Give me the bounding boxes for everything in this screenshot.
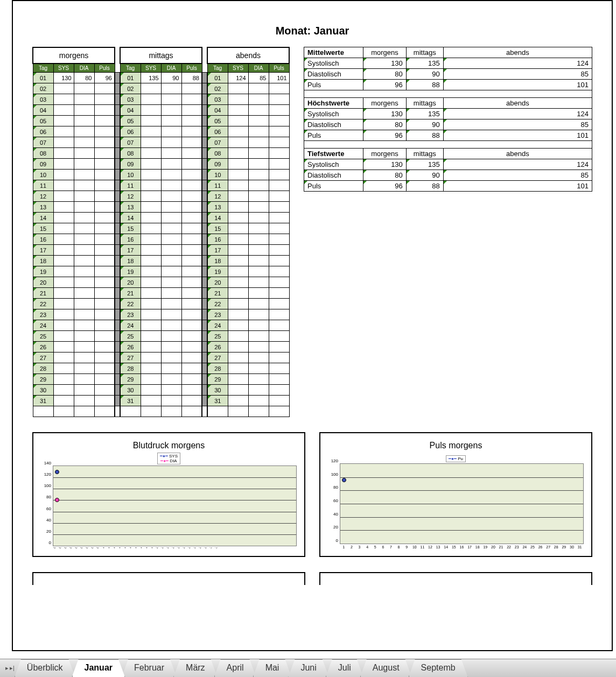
morgens-puls-cell[interactable] bbox=[94, 277, 115, 288]
abends-puls-cell[interactable] bbox=[269, 266, 289, 277]
mittags-sys-cell[interactable] bbox=[141, 245, 161, 256]
abends-sys-cell[interactable] bbox=[228, 170, 248, 180]
mittags-puls-cell[interactable] bbox=[181, 374, 202, 385]
abends-puls-cell[interactable] bbox=[269, 180, 289, 191]
mittags-dia-cell[interactable] bbox=[161, 234, 181, 245]
mittags-dia-cell[interactable] bbox=[161, 385, 181, 396]
morgens-sys-cell[interactable]: 130 bbox=[53, 73, 74, 83]
day-cell[interactable]: 24 bbox=[207, 320, 228, 331]
day-cell[interactable]: 26 bbox=[120, 342, 141, 352]
mittags-puls-cell[interactable] bbox=[181, 320, 202, 331]
abends-dia-cell[interactable] bbox=[248, 245, 269, 256]
morgens-dia-cell[interactable] bbox=[74, 363, 94, 374]
morgens-dia-cell[interactable] bbox=[74, 202, 94, 213]
morgens-dia-cell[interactable] bbox=[74, 266, 94, 277]
morgens-dia-cell[interactable] bbox=[74, 148, 94, 159]
day-cell[interactable]: 22 bbox=[207, 299, 228, 309]
morgens-sys-cell[interactable] bbox=[53, 277, 74, 288]
abends-puls-cell[interactable] bbox=[269, 320, 289, 331]
mittags-dia-cell[interactable] bbox=[161, 331, 181, 342]
mittags-sys-cell[interactable] bbox=[141, 223, 161, 234]
mittags-sys-cell[interactable] bbox=[141, 288, 161, 299]
day-cell[interactable]: 07 bbox=[33, 137, 53, 148]
abends-puls-cell[interactable] bbox=[269, 309, 289, 320]
morgens-puls-cell[interactable] bbox=[94, 83, 115, 94]
mittags-puls-cell[interactable] bbox=[181, 116, 202, 126]
mittags-dia-cell[interactable] bbox=[161, 352, 181, 363]
day-cell[interactable]: 25 bbox=[120, 331, 141, 342]
mittags-dia-cell[interactable] bbox=[161, 277, 181, 288]
abends-puls-cell[interactable] bbox=[269, 385, 289, 396]
abends-puls-cell[interactable] bbox=[269, 396, 289, 406]
morgens-puls-cell[interactable] bbox=[94, 266, 115, 277]
day-cell[interactable]: 21 bbox=[33, 288, 53, 299]
abends-dia-cell[interactable] bbox=[248, 94, 269, 105]
abends-dia-cell[interactable]: 85 bbox=[248, 73, 269, 83]
abends-sys-cell[interactable] bbox=[228, 159, 248, 170]
morgens-sys-cell[interactable] bbox=[53, 299, 74, 309]
day-cell[interactable]: 26 bbox=[33, 342, 53, 352]
morgens-dia-cell[interactable] bbox=[74, 245, 94, 256]
day-cell[interactable]: 09 bbox=[33, 159, 53, 170]
morgens-dia-cell[interactable] bbox=[74, 331, 94, 342]
mittags-puls-cell[interactable] bbox=[181, 266, 202, 277]
mittags-sys-cell[interactable] bbox=[141, 299, 161, 309]
abends-sys-cell[interactable] bbox=[228, 191, 248, 202]
abends-dia-cell[interactable] bbox=[248, 288, 269, 299]
abends-dia-cell[interactable] bbox=[248, 83, 269, 94]
mittags-sys-cell[interactable] bbox=[141, 331, 161, 342]
mittags-dia-cell[interactable] bbox=[161, 288, 181, 299]
mittags-sys-cell[interactable] bbox=[141, 309, 161, 320]
day-cell[interactable]: 07 bbox=[120, 137, 141, 148]
mittags-sys-cell[interactable] bbox=[141, 105, 161, 116]
morgens-puls-cell[interactable] bbox=[94, 320, 115, 331]
morgens-sys-cell[interactable] bbox=[53, 202, 74, 213]
day-cell[interactable]: 24 bbox=[120, 320, 141, 331]
day-cell[interactable]: 07 bbox=[207, 137, 228, 148]
abends-dia-cell[interactable] bbox=[248, 256, 269, 266]
mittags-dia-cell[interactable] bbox=[161, 363, 181, 374]
day-cell[interactable]: 14 bbox=[33, 213, 53, 223]
day-cell[interactable]: 18 bbox=[207, 256, 228, 266]
morgens-dia-cell[interactable] bbox=[74, 213, 94, 223]
day-cell[interactable]: 23 bbox=[33, 309, 53, 320]
mittags-sys-cell[interactable] bbox=[141, 277, 161, 288]
mittags-puls-cell[interactable] bbox=[181, 105, 202, 116]
mittags-puls-cell[interactable] bbox=[181, 352, 202, 363]
day-cell[interactable]: 17 bbox=[207, 245, 228, 256]
abends-puls-cell[interactable] bbox=[269, 256, 289, 266]
morgens-dia-cell[interactable] bbox=[74, 159, 94, 170]
morgens-puls-cell[interactable] bbox=[94, 342, 115, 352]
day-cell[interactable]: 12 bbox=[207, 191, 228, 202]
mittags-dia-cell[interactable] bbox=[161, 374, 181, 385]
morgens-puls-cell[interactable] bbox=[94, 288, 115, 299]
mittags-sys-cell[interactable] bbox=[141, 137, 161, 148]
morgens-dia-cell[interactable] bbox=[74, 385, 94, 396]
morgens-sys-cell[interactable] bbox=[53, 374, 74, 385]
mittags-dia-cell[interactable] bbox=[161, 159, 181, 170]
mittags-puls-cell[interactable] bbox=[181, 288, 202, 299]
mittags-dia-cell[interactable] bbox=[161, 116, 181, 126]
abends-puls-cell[interactable] bbox=[269, 223, 289, 234]
abends-dia-cell[interactable] bbox=[248, 385, 269, 396]
morgens-sys-cell[interactable] bbox=[53, 288, 74, 299]
morgens-sys-cell[interactable] bbox=[53, 245, 74, 256]
morgens-sys-cell[interactable] bbox=[53, 213, 74, 223]
abends-sys-cell[interactable] bbox=[228, 277, 248, 288]
abends-sys-cell[interactable] bbox=[228, 94, 248, 105]
abends-puls-cell[interactable] bbox=[269, 137, 289, 148]
abends-dia-cell[interactable] bbox=[248, 320, 269, 331]
morgens-dia-cell[interactable] bbox=[74, 180, 94, 191]
morgens-sys-cell[interactable] bbox=[53, 148, 74, 159]
morgens-puls-cell[interactable] bbox=[94, 213, 115, 223]
morgens-sys-cell[interactable] bbox=[53, 385, 74, 396]
day-cell[interactable]: 04 bbox=[207, 105, 228, 116]
abends-puls-cell[interactable] bbox=[269, 288, 289, 299]
abends-dia-cell[interactable] bbox=[248, 396, 269, 406]
day-cell[interactable]: 19 bbox=[120, 266, 141, 277]
abends-sys-cell[interactable] bbox=[228, 288, 248, 299]
day-cell[interactable]: 12 bbox=[120, 191, 141, 202]
mittags-puls-cell[interactable] bbox=[181, 342, 202, 352]
day-cell[interactable]: 13 bbox=[33, 202, 53, 213]
abends-sys-cell[interactable] bbox=[228, 385, 248, 396]
